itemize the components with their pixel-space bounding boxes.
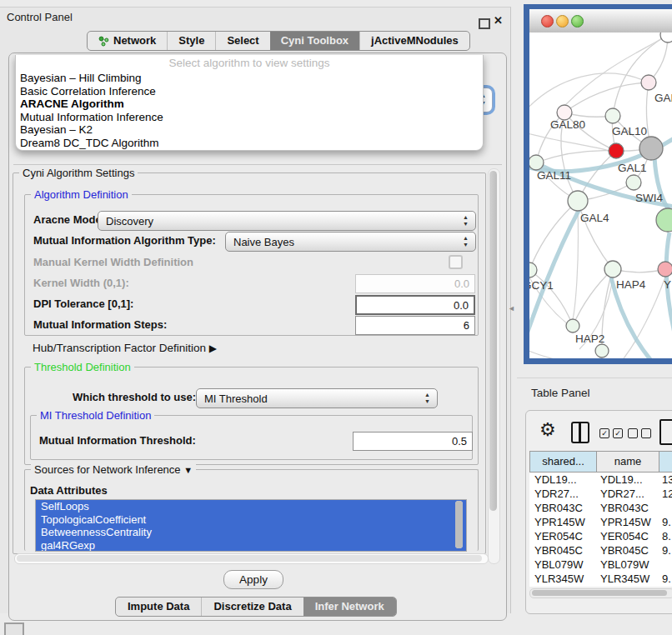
settings-vertical-scrollbar[interactable]: [488, 168, 500, 564]
algorithm-option[interactable]: Dream8 DC_TDC Algorithm: [16, 137, 483, 150]
network-edge: [536, 151, 616, 162]
network-canvas[interactable]: GALGAL80GAL10GAL1GAL11SWI4GAL4GCY1HAP4YH…: [529, 32, 672, 358]
select-all-icon[interactable]: ✓ ✓: [599, 428, 623, 438]
table-row[interactable]: YLR345WYLR345W9.: [529, 572, 672, 586]
table-cell: YBL079W: [595, 558, 657, 572]
table-cell: [657, 558, 672, 572]
network-node[interactable]: [639, 137, 663, 160]
algorithm-option[interactable]: ARACNE Algorithm: [16, 98, 483, 111]
table-row[interactable]: YBR045CYBR045C9.: [529, 543, 672, 558]
collapse-arrow-icon[interactable]: ▼: [183, 465, 193, 475]
network-node[interactable]: [660, 32, 672, 42]
hub-section-label[interactable]: Hub/Transcription Factor Definition ▶: [33, 342, 217, 354]
hub-section-text: Hub/Transcription Factor Definition: [33, 342, 206, 354]
node-label: SWI4: [635, 192, 663, 204]
network-node-gal10[interactable]: [605, 108, 620, 123]
table-row[interactable]: YDR27...YDR27...12: [529, 487, 672, 501]
tab-style[interactable]: Style: [167, 32, 215, 50]
mi-type-select[interactable]: Naive Bayes ▲▼: [225, 232, 476, 252]
tab-label: jActiveMNodules: [371, 32, 459, 50]
network-edge: [529, 73, 649, 112]
algorithm-option[interactable]: Basic Correlation Inference: [16, 85, 483, 98]
tab-select[interactable]: Select: [215, 32, 269, 50]
table-cell: YER054C: [529, 529, 595, 543]
mi-steps-label: Mutual Information Steps:: [33, 318, 167, 331]
float-window-icon[interactable]: [479, 18, 490, 29]
network-node[interactable]: [595, 344, 609, 358]
close-traffic-light-icon[interactable]: [541, 15, 554, 28]
scrollbar-thumb[interactable]: [17, 555, 482, 562]
list-item[interactable]: TopologicalCoefficient: [36, 513, 466, 527]
table-row[interactable]: YBR043CYBR043C: [529, 501, 672, 515]
table-cell: YBR045C: [529, 543, 595, 558]
split-columns-icon[interactable]: [571, 422, 589, 443]
network-edge: [666, 232, 672, 358]
mi-threshold-field[interactable]: 0.5: [353, 432, 473, 451]
column-header[interactable]: [659, 452, 672, 472]
algorithm-option[interactable]: Bayesian – Hill Climbing: [16, 72, 483, 85]
close-icon[interactable]: ✕: [494, 14, 503, 27]
table-row[interactable]: YBL079WYBL079W: [529, 558, 672, 572]
list-item[interactable]: gal4RGexp: [36, 539, 466, 552]
new-file-icon[interactable]: [659, 419, 672, 445]
table-row[interactable]: YDL19...YDL19...13: [529, 472, 672, 487]
node-label: GAL10: [612, 125, 647, 138]
network-node-gal1[interactable]: [609, 143, 624, 158]
data-attributes-list[interactable]: SelfLoops TopologicalCoefficient Between…: [35, 499, 467, 552]
network-node-hap2[interactable]: [566, 319, 579, 332]
tab-jactivemnodules[interactable]: jActiveMNodules: [359, 32, 469, 50]
network-node-swi4[interactable]: [626, 175, 641, 190]
tab-network[interactable]: Network: [88, 32, 167, 50]
network-node-gal4[interactable]: [568, 191, 588, 211]
table-row[interactable]: YIL052CYIL052C9.: [529, 586, 672, 587]
column-header-name[interactable]: name: [596, 452, 659, 472]
table-cell: 9.: [657, 572, 672, 586]
minimize-traffic-light-icon[interactable]: [556, 15, 569, 28]
table-row[interactable]: YPR145WYPR145W9.: [529, 515, 672, 529]
panel-sash-arrow-icon[interactable]: ◄: [508, 304, 515, 312]
list-scrollbar[interactable]: [455, 501, 463, 548]
mi-steps-field[interactable]: 6: [355, 316, 475, 335]
gear-icon[interactable]: ⚙: [539, 418, 556, 442]
tab-infer-network[interactable]: Infer Network: [303, 598, 396, 616]
group-title: Cyni Algorithm Settings: [19, 167, 138, 179]
deselect-all-icon[interactable]: [628, 428, 651, 438]
zoom-traffic-light-icon[interactable]: [571, 15, 584, 28]
network-node-gal[interactable]: [641, 75, 656, 90]
network-edge: [529, 349, 602, 358]
table-cell: 9.: [657, 586, 672, 587]
node-label: GCY1: [529, 279, 554, 292]
list-scrollbar-thumb[interactable]: [455, 501, 463, 548]
tab-discretize-data[interactable]: Discretize Data: [201, 598, 303, 616]
table-row[interactable]: YER054CYER054C8.: [529, 529, 672, 543]
aracne-mode-select[interactable]: Discovery ▲▼: [98, 211, 476, 231]
network-node-gal11[interactable]: [529, 155, 544, 170]
network-node-hap4[interactable]: [604, 261, 621, 278]
apply-button[interactable]: Apply: [223, 570, 283, 589]
column-header-shared[interactable]: shared...: [530, 452, 596, 472]
algorithm-option[interactable]: Bayesian – K2: [16, 123, 483, 137]
network-window-titlebar[interactable]: [529, 9, 672, 33]
table-horizontal-scrollbar[interactable]: [529, 588, 672, 598]
table-cell: YDR27...: [595, 487, 657, 501]
tab-impute-data[interactable]: Impute Data: [116, 598, 201, 616]
list-item[interactable]: SelfLoops: [36, 500, 466, 513]
tab-cyni-toolbox[interactable]: Cyni Toolbox: [270, 32, 359, 50]
manual-kernel-checkbox[interactable]: [449, 255, 463, 269]
settings-horizontal-scrollbar[interactable]: [14, 553, 489, 564]
expand-arrow-icon[interactable]: ▶: [209, 342, 217, 354]
table-cell: 8.: [657, 529, 672, 543]
network-node-y[interactable]: [658, 262, 672, 277]
scrollbar-thumb[interactable]: [489, 171, 497, 511]
list-item[interactable]: BetweennessCentrality: [36, 526, 466, 539]
table-cell: YDL19...: [595, 472, 657, 487]
dpi-tolerance-field[interactable]: 0.0: [355, 295, 475, 315]
which-threshold-select[interactable]: MI Threshold ▲▼: [196, 388, 438, 408]
selected-value: Naive Bayes: [226, 236, 463, 248]
unchecked-box-icon: [641, 428, 651, 438]
scrollbar-thumb[interactable]: [532, 590, 667, 596]
algorithm-option[interactable]: Mutual Information Inference: [16, 111, 483, 124]
network-node[interactable]: [656, 208, 672, 232]
minimized-panel-icon[interactable]: [4, 622, 24, 635]
tab-label: Cyni Toolbox: [281, 32, 349, 50]
